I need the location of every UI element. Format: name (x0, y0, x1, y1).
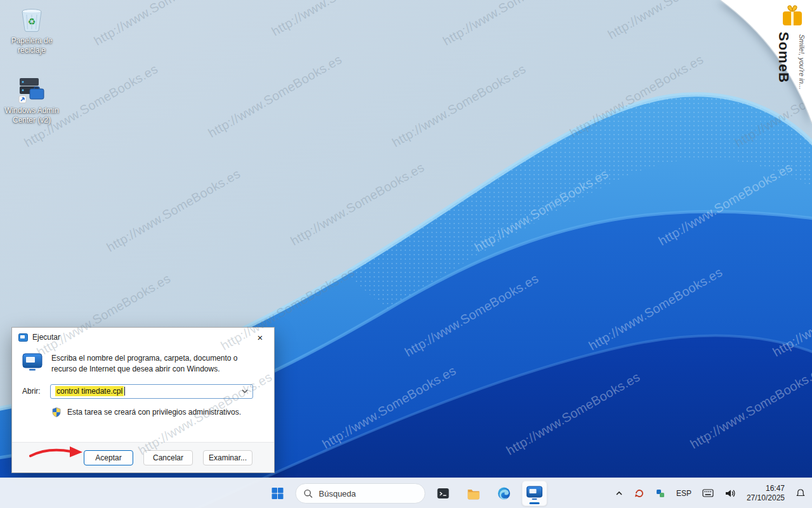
taskbar-console-app[interactable] (431, 481, 456, 506)
taskbar-clock[interactable]: 16:47 27/10/2025 (744, 481, 787, 505)
taskbar-run-app-active[interactable] (522, 481, 547, 506)
search-placeholder: Búsqueda (319, 489, 357, 498)
run-dialog: Ejecutar × Escriba el nombre del program… (11, 327, 275, 473)
taskbar: Búsqueda (0, 478, 812, 508)
desktop: http://www.SomeBooks.es http://www.SomeB… (0, 0, 812, 508)
console-icon (436, 486, 451, 501)
edge-icon (497, 486, 512, 501)
search-icon (304, 489, 313, 498)
folder-icon (466, 486, 481, 501)
run-icon (22, 353, 43, 371)
svg-text:♻: ♻ (28, 17, 36, 27)
clock-date: 27/10/2025 (747, 493, 785, 503)
close-icon[interactable]: × (246, 328, 274, 347)
admin-note: Esta tarea se creará con privilegios adm… (67, 408, 241, 417)
active-app-indicator (530, 502, 540, 504)
run-window-icon (18, 333, 28, 342)
tray-sync-icon[interactable] (632, 486, 647, 501)
open-combobox[interactable]: control timedate.cpl (50, 384, 253, 399)
taskbar-center: Búsqueda (265, 478, 547, 508)
windows-admin-center-icon (17, 75, 46, 104)
uac-shield-icon (51, 407, 62, 418)
browse-button[interactable]: Examinar... (203, 450, 252, 465)
taskbar-file-explorer[interactable] (461, 481, 487, 506)
dialog-footer: Aceptar Cancelar Examinar... (12, 442, 274, 472)
windows-logo-icon (270, 486, 285, 501)
open-label: Abrir: (22, 387, 45, 396)
dialog-message: Escriba el nombre del programa, carpeta,… (51, 353, 261, 375)
desktop-icon-windows-admin-center[interactable]: Windows Admin Center (v2) (4, 75, 60, 125)
tray-chevron-up-icon[interactable] (612, 486, 626, 500)
combobox-value: control timedate.cpl (55, 386, 124, 396)
dialog-body: Escriba el nombre del programa, carpeta,… (12, 347, 274, 442)
desktop-icon-label: Papelera de reciclaje (4, 36, 60, 55)
text-cursor (124, 387, 125, 396)
desktop-icon-label: Windows Admin Center (v2) (4, 106, 60, 125)
cancel-button[interactable]: Cancelar (143, 450, 193, 465)
clock-time: 16:47 (766, 484, 785, 493)
accept-button[interactable]: Aceptar (84, 450, 133, 465)
touch-keyboard-icon[interactable] (700, 486, 716, 500)
dialog-title: Ejecutar (32, 333, 60, 342)
taskbar-search[interactable]: Búsqueda (296, 483, 426, 504)
recycle-bin-icon: ♻ (17, 5, 46, 34)
tray-app-icon[interactable] (653, 486, 668, 501)
desktop-icon-recycle-bin[interactable]: ♻ Papelera de reciclaje (4, 5, 60, 55)
language-indicator[interactable]: ESP (674, 486, 694, 500)
volume-icon[interactable] (722, 486, 738, 501)
taskbar-edge[interactable] (492, 481, 517, 506)
run-app-icon (527, 486, 543, 501)
start-button[interactable] (265, 481, 291, 506)
dialog-titlebar[interactable]: Ejecutar × (12, 328, 274, 347)
combobox-dropdown-icon[interactable] (242, 389, 248, 393)
system-tray: ESP 16:47 (612, 478, 808, 508)
notifications-bell-icon[interactable] (793, 486, 808, 501)
